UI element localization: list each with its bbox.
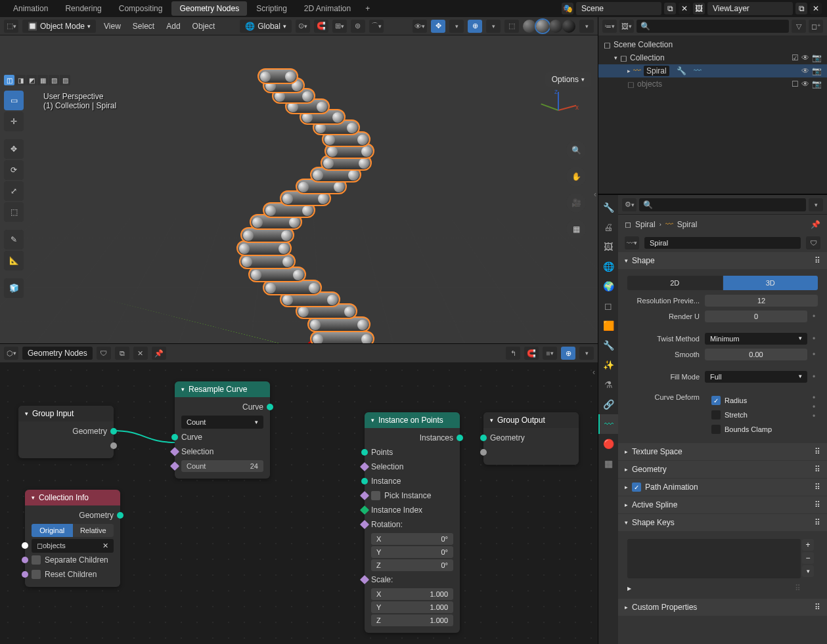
socket-instance-in[interactable]: Instance [365,474,460,488]
socket-curve-in[interactable]: Curve [175,430,270,444]
select-menu[interactable]: Select [129,20,158,33]
bounds-clamp-checkbox[interactable]: Bounds Clamp [705,422,807,437]
view-menu[interactable]: View [100,20,125,33]
shape-2d-button[interactable]: 2D [627,276,723,290]
editor-type-icon[interactable]: ⬚▾ [4,20,18,33]
tab-world[interactable]: 🌍 [598,276,618,296]
separate-children-socket[interactable]: Separate Children [25,553,120,567]
shading-rendered[interactable] [562,20,575,33]
shapekey-add-button[interactable]: + [802,539,814,551]
object-menu[interactable]: Object [189,20,219,33]
spiral-object[interactable] [236,68,407,343]
reset-children-socket[interactable]: Reset Children [25,567,120,582]
breadcrumb-obj[interactable]: Spiral [635,220,656,229]
node-instance-on-points[interactable]: ▾Instance on Points Instances Points Sel… [365,412,460,633]
panel-path-animation[interactable]: ▸✓Path Animation⠿ [618,479,827,496]
resample-count-field[interactable]: Count24 [175,459,270,473]
relative-button[interactable]: Relative [73,524,114,537]
outliner-search[interactable]: 🔍 [637,20,789,33]
node-group-output[interactable]: ▾Group Output Geometry [483,412,579,465]
add-menu[interactable]: Add [162,20,184,33]
select-mode-1[interactable]: ◫ [4,75,14,85]
camera-icon[interactable]: 🎥 [566,193,586,213]
socket-geometry-out[interactable]: Geometry [25,508,120,523]
node-editor-type-icon[interactable]: ⬡▾ [4,347,18,360]
stretch-checkbox[interactable]: Stretch [705,408,807,422]
select-mode-3[interactable]: ◩ [26,75,37,85]
socket-selection-in[interactable]: Selection [175,444,270,459]
select-mode-2[interactable]: ◨ [15,75,26,85]
proportional-falloff-icon[interactable]: ⌒▾ [369,20,384,33]
node-resample-curve[interactable]: ▾Resample Curve Curve Count▾ Curve Selec… [175,381,270,479]
gizmo-dropdown[interactable]: ▾ [449,20,464,33]
add-cube-tool[interactable]: 🧊 [4,278,24,298]
viewlayer-name-field[interactable]: ViewLayer [707,2,793,15]
node-collection-info[interactable]: ▾Collection Info Geometry Original Relat… [25,490,120,587]
panel-custom-properties[interactable]: ▸Custom Properties⠿ [618,599,827,616]
snap-icon[interactable]: 🧲 [314,20,328,33]
node-header-group-output[interactable]: ▾Group Output [483,412,579,428]
workspace-tab-compositing[interactable]: Compositing [111,1,171,16]
tab-scene[interactable]: 🌐 [598,257,618,276]
shape-3d-button[interactable]: 3D [723,276,818,290]
tab-data[interactable]: 〰 [598,414,618,434]
tab-object[interactable]: 🟧 [598,316,618,335]
tab-material[interactable]: 🔴 [598,434,618,454]
tab-collection[interactable]: ◻ [598,296,618,316]
exclude-icon[interactable]: ☐ [792,79,799,89]
shapekey-remove-button[interactable]: − [802,552,814,564]
eye-icon[interactable]: 👁 [801,79,809,89]
overlay-icon[interactable]: ⊕ [468,20,482,33]
shading-material[interactable] [549,20,562,33]
twist-method-select[interactable]: Minimum▾ [705,333,807,345]
socket-pick-instance[interactable]: Pick Instance [365,488,460,503]
camera-icon[interactable]: 📷 [812,66,822,75]
scene-delete-icon[interactable]: ✕ [679,3,690,14]
select-mode-6[interactable]: ▨ [60,75,70,85]
tab-constraints[interactable]: 🔗 [598,395,618,414]
panel-geometry[interactable]: ▸Geometry⠿ [618,461,827,478]
scale-z[interactable]: Z1.000 [371,614,453,626]
overlay-dropdown[interactable]: ▾ [486,20,501,33]
node-header-collection-info[interactable]: ▾Collection Info [25,490,120,505]
socket-rotation[interactable]: Rotation: [365,517,460,532]
viewlayer-delete-icon[interactable]: ✕ [810,3,822,14]
cursor-tool[interactable]: ✛ [4,112,24,131]
resolution-preview-field[interactable]: 12 [705,295,818,307]
view-gizmo[interactable]: x z [539,91,578,130]
select-mode-5[interactable]: ▧ [49,75,59,85]
node-sidebar-expand-icon[interactable]: ‹ [592,368,595,377]
pivot-icon[interactable]: ⊙▾ [296,20,310,33]
shapekey-play-icon[interactable]: ▸ [627,584,631,593]
camera-icon[interactable]: 📷 [812,79,822,89]
tab-render[interactable]: 🔧 [598,198,618,217]
select-box-tool[interactable]: ▭ [4,91,24,110]
socket-geometry-in[interactable]: Geometry [483,431,579,445]
panel-texture-space[interactable]: ▸Texture Space⠿ [618,443,827,460]
properties-search[interactable]: 🔍 [639,198,806,211]
scale-x[interactable]: X1.000 [371,588,453,600]
measure-tool[interactable]: 📐 [4,251,24,270]
rotation-z[interactable]: Z0° [371,559,453,571]
tab-output[interactable]: 🖨 [598,217,618,237]
zoom-icon[interactable]: 🔍 [566,140,586,160]
socket-selection-in[interactable]: Selection [365,460,460,474]
collection-socket[interactable]: ◻ objects✕ [25,538,120,553]
snap-target-icon[interactable]: ⊞▾ [332,20,347,33]
transform-tool[interactable]: ⬚ [4,202,24,222]
scale-y[interactable]: Y1.000 [371,601,453,613]
viewlayer-browse-icon[interactable]: 🖼 [693,3,705,14]
rotation-x[interactable]: X0° [371,533,453,545]
workspace-tab-geometry-nodes[interactable]: Geometry Nodes [171,1,247,16]
exclude-icon[interactable]: ☑ [792,53,799,62]
shapekey-menu-button[interactable]: ▾ [802,565,814,577]
outliner-spiral[interactable]: ▸〰Spiral 🔧 〰 👁📷 [598,64,827,77]
datablock-name-field[interactable]: Spiral [644,237,801,249]
tab-particles[interactable]: ✨ [598,355,618,375]
scene-name-field[interactable]: Scene [576,2,661,15]
move-tool[interactable]: ✥ [4,139,24,159]
node-overlay-dropdown[interactable]: ▾ [579,347,594,360]
socket-virtual-in[interactable] [483,445,579,460]
rotation-y[interactable]: Y0° [371,546,453,558]
pan-icon[interactable]: ✋ [566,167,586,186]
